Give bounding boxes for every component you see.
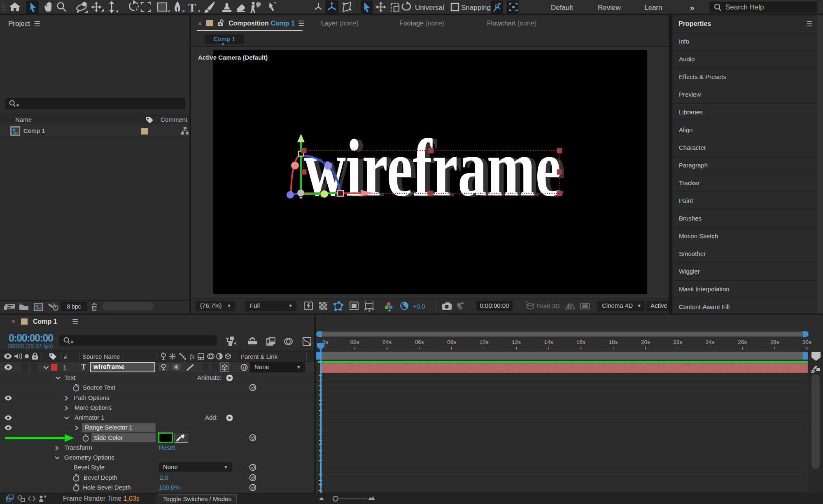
svg-text:Review: Review [598, 4, 621, 12]
svg-text:T: T [188, 1, 196, 14]
svg-text:Snapping: Snapping [461, 4, 491, 12]
svg-text:Default: Default [551, 4, 573, 12]
svg-text:Learn: Learn [644, 4, 662, 12]
svg-text:fx: fx [190, 353, 195, 360]
svg-text:»: » [690, 3, 695, 12]
svg-text:Search Help: Search Help [725, 3, 764, 11]
svg-text:Universal: Universal [415, 4, 444, 12]
svg-text:+0,0: +0,0 [413, 303, 425, 310]
svg-text:wireframe: wireframe [304, 122, 561, 213]
